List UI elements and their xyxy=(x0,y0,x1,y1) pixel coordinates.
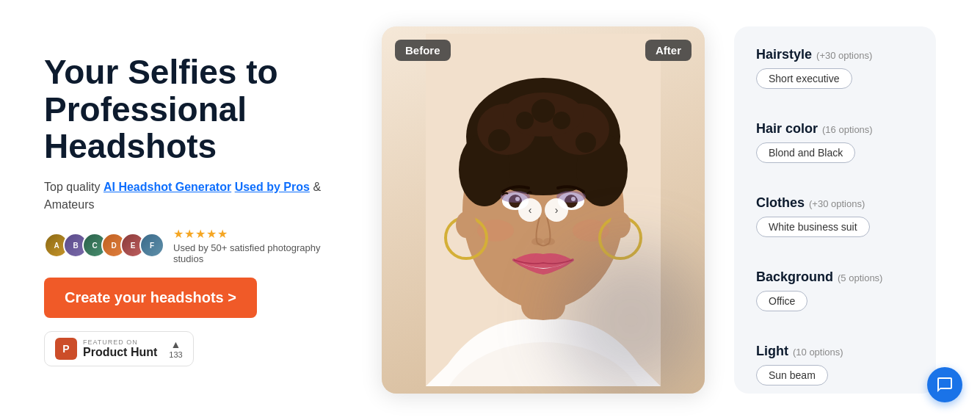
ph-featured-label: FEATURED ON xyxy=(83,338,157,346)
svg-point-13 xyxy=(553,112,570,129)
background-option: Background (5 options) Office xyxy=(756,269,914,311)
hairstyle-title: Hairstyle xyxy=(756,47,812,62)
ph-votes: ▲ 133 xyxy=(169,338,182,359)
social-label: Used by 50+ satisfied photography studio… xyxy=(173,242,352,264)
prev-arrow-button[interactable]: ‹ xyxy=(518,198,542,222)
cta-label: Create your headshots > xyxy=(65,289,236,306)
clothes-header: Clothes (+30 options) xyxy=(756,195,914,211)
ai-generator-highlight[interactable]: AI Headshot Generator xyxy=(104,181,231,193)
light-tag[interactable]: Sun beam xyxy=(756,365,828,385)
main-container: Your Selfies to Professional Headshots T… xyxy=(0,0,980,420)
headline-line1: Your Selfies to xyxy=(44,53,278,91)
after-label: After xyxy=(645,40,692,61)
left-panel: Your Selfies to Professional Headshots T… xyxy=(44,54,352,366)
chat-support-button[interactable] xyxy=(927,367,962,402)
hairstyle-option: Hairstyle (+30 options) Short executive xyxy=(756,47,914,89)
star-rating: ★★★★★ xyxy=(173,227,352,241)
chat-icon xyxy=(936,376,954,394)
create-headshots-button[interactable]: Create your headshots > xyxy=(44,278,257,318)
svg-point-12 xyxy=(516,112,534,129)
social-proof: A B C D E F ★★★★★ Used by 50+ satisfied … xyxy=(44,227,352,264)
hair-color-tag[interactable]: Blond and Black xyxy=(756,142,855,163)
clothes-option: Clothes (+30 options) White business sui… xyxy=(756,195,914,237)
used-by-pros-link[interactable]: Used by Pros xyxy=(235,181,310,193)
svg-point-11 xyxy=(488,129,510,151)
options-panel: Hairstyle (+30 options) Short executive … xyxy=(734,26,936,394)
next-arrow-button[interactable]: › xyxy=(545,198,568,222)
light-option: Light (10 options) Sun beam xyxy=(756,344,914,385)
clothes-tag[interactable]: White business suit xyxy=(756,217,870,237)
before-label: Before xyxy=(395,40,451,61)
background-title: Background xyxy=(756,269,833,285)
ph-vote-count: 133 xyxy=(169,350,182,359)
clothes-title: Clothes xyxy=(756,195,805,211)
product-hunt-badge[interactable]: P FEATURED ON Product Hunt ▲ 133 xyxy=(44,331,194,366)
hairstyle-tag[interactable]: Short executive xyxy=(756,68,852,89)
hair-color-count: (16 options) xyxy=(822,124,873,135)
svg-point-15 xyxy=(531,99,555,123)
ph-arrow-icon: ▲ xyxy=(171,338,181,350)
background-tag[interactable]: Office xyxy=(756,291,807,311)
avatar: F xyxy=(139,233,164,258)
clothes-count: (+30 options) xyxy=(809,198,865,209)
light-selected: Sun beam xyxy=(769,369,816,381)
avatar-group: A B C D E F xyxy=(44,233,164,258)
social-text: ★★★★★ Used by 50+ satisfied photography … xyxy=(173,227,352,264)
svg-point-24 xyxy=(531,238,543,245)
light-count: (10 options) xyxy=(793,347,843,358)
product-hunt-text: FEATURED ON Product Hunt xyxy=(83,338,157,359)
svg-point-14 xyxy=(576,132,596,153)
svg-point-31 xyxy=(610,211,631,238)
svg-point-25 xyxy=(543,238,555,245)
photo-panel: Before After xyxy=(382,26,705,394)
hairstyle-count: (+30 options) xyxy=(816,50,872,61)
hair-color-title: Hair color xyxy=(756,121,818,137)
hair-color-selected: Blond and Black xyxy=(769,147,843,159)
light-header: Light (10 options) xyxy=(756,344,914,359)
background-header: Background (5 options) xyxy=(756,269,914,285)
hair-color-header: Hair color (16 options) xyxy=(756,121,914,137)
portrait-image: ‹ › xyxy=(382,26,705,394)
headline-line3: Headshots xyxy=(44,127,217,165)
ph-name: Product Hunt xyxy=(83,346,157,359)
background-selected: Office xyxy=(769,295,795,307)
svg-point-30 xyxy=(456,211,476,238)
hair-color-option: Hair color (16 options) Blond and Black xyxy=(756,121,914,163)
clothes-selected: White business suit xyxy=(769,221,857,233)
hairstyle-header: Hairstyle (+30 options) xyxy=(756,47,914,62)
headline: Your Selfies to Professional Headshots xyxy=(44,54,352,165)
headline-line2: Professional xyxy=(44,90,247,128)
svg-point-26 xyxy=(477,220,514,242)
background-count: (5 options) xyxy=(838,272,882,283)
svg-point-27 xyxy=(573,220,609,242)
subtitle: Top quality AI Headshot Generator Used b… xyxy=(44,178,352,214)
light-title: Light xyxy=(756,344,788,359)
product-hunt-icon: P xyxy=(55,338,77,360)
hairstyle-selected: Short executive xyxy=(769,73,840,84)
subtitle-prefix: Top quality xyxy=(44,181,104,193)
